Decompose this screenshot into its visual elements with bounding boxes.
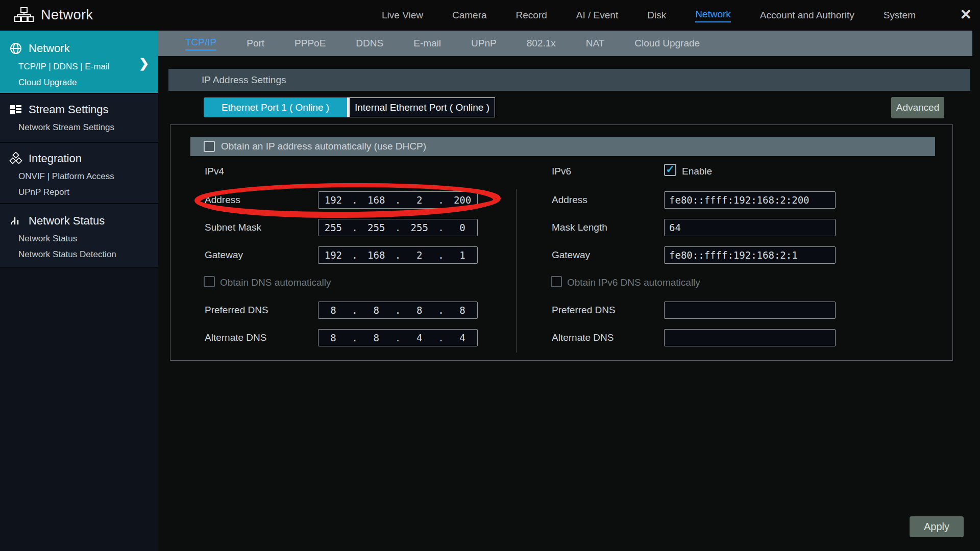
cubes-icon: [9, 152, 22, 165]
octet-1[interactable]: 8: [318, 305, 348, 316]
octet-2[interactable]: 168: [361, 194, 391, 206]
ipv4-address-field[interactable]: 192.168.2.200: [318, 191, 478, 209]
ipv4-address-label: Address: [205, 194, 240, 206]
tab-ddns[interactable]: DDNS: [356, 38, 383, 49]
nav-disk[interactable]: Disk: [647, 10, 666, 21]
sidebar-sub-cloud-upgrade[interactable]: Cloud Upgrade: [0, 78, 158, 88]
octet-4[interactable]: 1: [448, 249, 477, 261]
tab-8021x[interactable]: 802.1x: [527, 38, 556, 49]
nav-camera[interactable]: Camera: [452, 10, 487, 21]
octet-1[interactable]: 8: [318, 332, 348, 343]
octet-dot: .: [348, 332, 362, 343]
sidebar-item-title: Network: [29, 42, 70, 55]
sidebar-item-title: Network Status: [29, 214, 105, 228]
octet-dot: .: [348, 305, 362, 316]
octet-3[interactable]: 255: [405, 222, 434, 233]
octet-1[interactable]: 255: [318, 222, 348, 233]
octet-4[interactable]: 200: [448, 194, 477, 206]
ipv4-gateway-field[interactable]: 192.168.2.1: [318, 246, 478, 264]
ipv4-alternate-dns-field[interactable]: 8.8.4.4: [318, 329, 478, 346]
octet-4[interactable]: 4: [448, 332, 477, 343]
octet-dot: .: [434, 305, 448, 316]
ipv6-address-label: Address: [552, 194, 587, 206]
octet-dot: .: [348, 194, 362, 206]
close-icon[interactable]: ✕: [960, 7, 972, 23]
octet-dot: .: [348, 222, 362, 233]
blocks-icon: [9, 103, 22, 116]
sidebar-item-integration[interactable]: Integration ONVIF | Platform Access UPnP…: [0, 143, 158, 204]
tab-port[interactable]: Port: [247, 38, 264, 49]
dhcp-checkbox[interactable]: [204, 141, 215, 152]
sidebar-sub-tcpip-ddns-email[interactable]: TCP/IP | DDNS | E-mail: [0, 62, 158, 72]
nav-live-view[interactable]: Live View: [382, 10, 423, 21]
ipv6-gateway-field[interactable]: fe80::ffff:192:168:2:1: [664, 246, 836, 264]
ipv4-alternate-dns-label: Alternate DNS: [205, 332, 266, 343]
ipv6-dns-auto-label: Obtain IPv6 DNS automatically: [567, 277, 700, 288]
page-title: Network: [41, 7, 93, 23]
nav-network[interactable]: Network: [695, 9, 731, 22]
ipv6-enable-checkbox[interactable]: ✓: [664, 164, 676, 176]
sidebar: Network TCP/IP | DDNS | E-mail Cloud Upg…: [0, 31, 158, 551]
octet-2[interactable]: 8: [361, 305, 391, 316]
sidebar-sub-network-stream-settings[interactable]: Network Stream Settings: [0, 122, 158, 133]
dhcp-label: Obtain an IP address automatically (use …: [221, 141, 426, 152]
ipv4-dns-auto-checkbox[interactable]: [204, 276, 215, 287]
octet-3[interactable]: 2: [405, 194, 434, 206]
nav-record[interactable]: Record: [516, 10, 547, 21]
sidebar-sub-network-status[interactable]: Network Status: [0, 234, 158, 244]
status-chart-icon: [9, 214, 22, 228]
port-tab-ethernet-1[interactable]: Ethernet Port 1 ( Online ): [204, 97, 347, 117]
octet-3[interactable]: 2: [405, 249, 434, 261]
octet-1[interactable]: 192: [318, 194, 348, 206]
ipv6-gateway-label: Gateway: [552, 249, 590, 261]
octet-dot: .: [434, 332, 448, 343]
tab-email[interactable]: E-mail: [413, 38, 441, 49]
ipv4-preferred-dns-field[interactable]: 8.8.8.8: [318, 302, 478, 319]
tab-upnp[interactable]: UPnP: [471, 38, 497, 49]
octet-4[interactable]: 0: [448, 222, 477, 233]
sidebar-item-network-status[interactable]: Network Status Network Status Network St…: [0, 204, 158, 268]
ipv6-preferred-dns-label: Preferred DNS: [552, 305, 616, 316]
octet-4[interactable]: 8: [448, 305, 477, 316]
octet-2[interactable]: 8: [361, 332, 391, 343]
octet-2[interactable]: 168: [361, 249, 391, 261]
ipv4-subnet-field[interactable]: 255.255.255.0: [318, 219, 478, 236]
network-tab-bar: TCP/IP Port PPPoE DDNS E-mail UPnP 802.1…: [158, 31, 972, 56]
advanced-button[interactable]: Advanced: [891, 97, 944, 118]
tab-pppoe[interactable]: PPPoE: [295, 38, 326, 49]
octet-dot: .: [391, 249, 405, 261]
sidebar-item-stream-settings[interactable]: Stream Settings Network Stream Settings: [0, 94, 158, 143]
octet-dot: .: [434, 222, 448, 233]
ipv6-preferred-dns-field[interactable]: [664, 302, 836, 319]
ipv4-group-label: IPv4: [205, 166, 224, 177]
octet-dot: .: [391, 194, 405, 206]
octet-dot: .: [348, 249, 362, 261]
octet-dot: .: [434, 249, 448, 261]
nav-ai-event[interactable]: AI / Event: [576, 10, 618, 21]
sidebar-sub-network-status-detection[interactable]: Network Status Detection: [0, 249, 158, 260]
ipv6-group-label: IPv6: [552, 166, 571, 177]
port-tab-internal-ethernet[interactable]: Internal Ethernet Port ( Online ): [347, 97, 495, 117]
ipv6-alternate-dns-field[interactable]: [664, 329, 836, 346]
ipv6-enable-label: Enable: [682, 166, 712, 177]
octet-3[interactable]: 4: [405, 332, 434, 343]
tab-nat[interactable]: NAT: [586, 38, 605, 49]
sidebar-sub-onvif-platform[interactable]: ONVIF | Platform Access: [0, 171, 158, 182]
octet-1[interactable]: 192: [318, 249, 348, 261]
sidebar-item-network[interactable]: Network TCP/IP | DDNS | E-mail Cloud Upg…: [0, 31, 158, 94]
chevron-right-icon: ❯: [139, 56, 149, 70]
ipv6-dns-auto-checkbox[interactable]: [551, 276, 562, 287]
sidebar-item-title: Stream Settings: [29, 103, 109, 116]
nav-account-authority[interactable]: Account and Authority: [760, 10, 854, 21]
tab-tcpip[interactable]: TCP/IP: [185, 37, 216, 51]
octet-3[interactable]: 8: [405, 305, 434, 316]
ipv6-address-field[interactable]: fe80::ffff:192:168:2:200: [664, 191, 836, 209]
dhcp-row: Obtain an IP address automatically (use …: [190, 137, 935, 156]
octet-dot: .: [391, 222, 405, 233]
nav-system[interactable]: System: [884, 10, 916, 21]
sidebar-sub-upnp-report[interactable]: UPnP Report: [0, 187, 158, 197]
ipv6-mask-length-field[interactable]: 64: [664, 219, 836, 236]
apply-button[interactable]: Apply: [910, 516, 964, 537]
octet-2[interactable]: 255: [361, 222, 391, 233]
tab-cloud-upgrade[interactable]: Cloud Upgrade: [634, 38, 700, 49]
